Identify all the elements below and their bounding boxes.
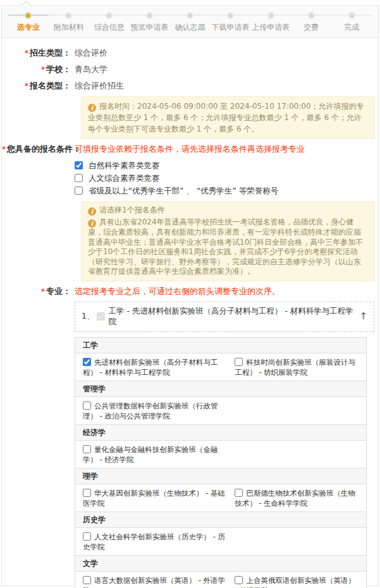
info-icon: i — [88, 207, 96, 216]
step-dot-icon — [267, 12, 274, 19]
step-label: 确认志愿 — [170, 22, 211, 33]
step-label: 上传申请表 — [250, 22, 291, 33]
major-checkbox[interactable] — [235, 576, 243, 584]
required-mark: * — [41, 65, 45, 74]
condition-checkbox[interactable] — [75, 161, 83, 169]
step-label: 选专业 — [8, 22, 49, 33]
stepper-steps: 选专业 附加材料 综合信息 预览申请表 确认志愿 下载申请表 — [8, 11, 372, 33]
major-checkbox[interactable] — [83, 445, 91, 453]
step-dot-icon — [146, 12, 153, 19]
step-preview-application[interactable]: 预览申请表 — [130, 11, 170, 33]
step-complete[interactable]: 完成 — [331, 11, 372, 33]
step-line — [130, 15, 146, 16]
major-label: 语言大数据创新实验班（英语） - 外语学院 — [83, 576, 225, 588]
step-dot-icon — [106, 12, 113, 19]
field-enrollment-type: *招生类型： 综合评价 — [2, 47, 378, 59]
condition-option-natural-science[interactable]: 自然科学素养类竞赛 — [2, 159, 378, 172]
step-dot-icon — [187, 12, 193, 19]
step-dot-icon — [25, 12, 32, 19]
major-label: 量化金融与金融科技创新实验班（金融学） - 经济学院 — [83, 445, 218, 464]
major-category-history: 历史学 人文社会科学创新实验班（历史学） - 历史学院 — [75, 511, 366, 555]
field-label: *您具备的报名条件： — [2, 143, 71, 156]
step-payment[interactable]: 交费 — [291, 11, 331, 33]
major-option[interactable]: 公共管理数据科学创新实验班（行政管理） - 政治与公共管理学院 — [75, 400, 232, 422]
field-school: *学校： 青岛大学 — [2, 63, 378, 76]
step-line — [170, 15, 187, 16]
category-name: 理学 — [75, 468, 366, 484]
conditions-hint: 可填报专业依赖于报名条件，请先选择报名条件再选择报考专业 — [75, 144, 305, 154]
major-option[interactable]: 量化金融与金融科技创新实验班（金融学） - 经济学院 — [75, 443, 232, 466]
category-name: 经济学 — [75, 424, 366, 441]
major-label: 人文社会科学创新实验班（历史学） - 历史学院 — [83, 532, 225, 551]
major-label: 科技时尚创新实验班（服装设计与工程） - 纺织服装学院 — [235, 358, 355, 377]
selected-major-checkbox — [97, 312, 105, 321]
major-category-engineering: 工学 先进材料创新实验班（高分子材料与工程） - 材料科学与工程学院 科技时尚创… — [75, 338, 366, 381]
field-value: 综合评价 — [75, 48, 107, 58]
step-dot-icon — [227, 12, 234, 19]
condition-checkbox[interactable] — [75, 187, 83, 195]
major-checkbox[interactable] — [235, 358, 243, 366]
stepper: 选专业 附加材料 综合信息 预览申请表 确认志愿 下载申请表 — [2, 6, 378, 38]
category-name: 文学 — [75, 555, 366, 572]
step-dot-icon — [348, 12, 355, 19]
major-checkbox[interactable] — [83, 576, 91, 584]
notice-condition-requirements: i请选择1个报名条件 i具有山东省2024年普通高等学校招生统一考试报名资格，品… — [81, 201, 375, 281]
step-label: 预览申请表 — [130, 22, 170, 33]
category-name: 管理学 — [75, 381, 366, 397]
major-label: 公共管理数据科学创新实验班（行政管理） - 政治与公共管理学院 — [83, 401, 218, 420]
step-label: 交费 — [291, 22, 331, 33]
field-value: 综合评价招生 — [75, 81, 124, 90]
field-label: *专业： — [2, 285, 71, 298]
step-line — [32, 15, 48, 16]
step-download-application[interactable]: 下载申请表 — [210, 11, 250, 33]
condition-option-humanities[interactable]: 人文综合素养类竞赛 — [2, 172, 378, 185]
major-checkbox[interactable] — [235, 489, 243, 497]
field-major: *专业： 选定报考专业之后，可通过右侧的箭头调整专业的次序。 — [2, 285, 378, 298]
form-content: *招生类型： 综合评价 *学校： 青岛大学 *报名类型： 综合评价招生 i报名时… — [2, 38, 378, 588]
notice-line: 具有山东省2024年普通高等学校招生统一考试报名资格，品德优良，身心健康，综合素… — [88, 217, 363, 276]
condition-checkbox[interactable] — [75, 174, 83, 182]
major-checkbox[interactable] — [83, 489, 91, 497]
major-option[interactable]: 上合英俄双语创新实验班（英语） - 外语学院 — [232, 574, 366, 588]
step-line — [234, 15, 250, 16]
major-category-science: 理学 华大基因创新实验班（生物技术） - 基础医学院 巴斯德生物技术创新实验班（… — [75, 468, 366, 511]
step-line — [153, 15, 169, 16]
major-checkbox[interactable] — [83, 401, 91, 410]
step-line — [250, 15, 267, 16]
major-option[interactable]: 科技时尚创新实验班（服装设计与工程） - 纺织服装学院 — [232, 356, 366, 379]
major-option[interactable]: 先进材料创新实验班（高分子材料与工程） - 材料科学与工程学院 — [75, 356, 232, 379]
notice-application-time: i报名时间：2024-05-06 09:00:00 至 2024-05-10 1… — [81, 96, 375, 139]
step-line — [8, 15, 25, 16]
step-upload-application[interactable]: 上传申请表 — [250, 11, 291, 33]
major-option[interactable]: 华大基因创新实验班（生物技术） - 基础医学院 — [75, 487, 232, 510]
field-value: 青岛大学 — [75, 64, 107, 74]
application-form-page: 选专业 附加材料 综合信息 预览申请表 确认志愿 下载申请表 — [1, 5, 379, 586]
step-line — [274, 15, 291, 16]
condition-label: 自然科学素养类竞赛 — [89, 161, 160, 170]
major-option[interactable]: 语言大数据创新实验班（英语） - 外语学院 — [75, 574, 232, 588]
step-comprehensive-info[interactable]: 综合信息 — [89, 11, 130, 33]
field-conditions: *您具备的报名条件： 可填报专业依赖于报名条件，请先选择报名条件再选择报考专业 — [2, 143, 378, 156]
major-label: 巴斯德生物技术创新实验班（生物技术） - 生命科学学院 — [235, 489, 355, 508]
field-label: *报名类型： — [2, 80, 71, 92]
major-hint: 选定报考专业之后，可通过右侧的箭头调整专业的次序。 — [75, 286, 280, 296]
step-additional-materials[interactable]: 附加材料 — [49, 11, 89, 33]
major-category-economics: 经济学 量化金融与金融科技创新实验班（金融学） - 经济学院 — [75, 424, 366, 468]
category-name: 工学 — [75, 338, 366, 353]
step-select-major[interactable]: 选专业 — [8, 11, 49, 33]
major-option[interactable]: 人文社会科学创新实验班（历史学） - 历史学院 — [75, 530, 232, 553]
arrow-up-icon[interactable]: ↑ — [359, 312, 367, 321]
major-checkbox[interactable] — [83, 358, 91, 366]
step-label: 完成 — [331, 22, 372, 33]
step-line — [113, 15, 129, 16]
category-name: 历史学 — [75, 511, 366, 528]
step-confirm-preferences[interactable]: 确认志愿 — [170, 11, 211, 33]
required-mark: * — [25, 49, 28, 58]
condition-option-honor-title[interactable]: 省级及以上“优秀学生干部” 、 “优秀学生” 等荣誉称号 — [2, 185, 378, 197]
condition-label: 省级及以上“优秀学生干部” 、 “优秀学生” 等荣誉称号 — [89, 186, 278, 195]
major-label: 华大基因创新实验班（生物技术） - 基础医学院 — [83, 489, 225, 508]
major-option[interactable]: 巴斯德生物技术创新实验班（生物技术） - 生命科学学院 — [232, 487, 366, 510]
major-checkbox[interactable] — [83, 532, 91, 541]
step-dot-icon — [65, 12, 72, 19]
step-line — [72, 15, 89, 16]
